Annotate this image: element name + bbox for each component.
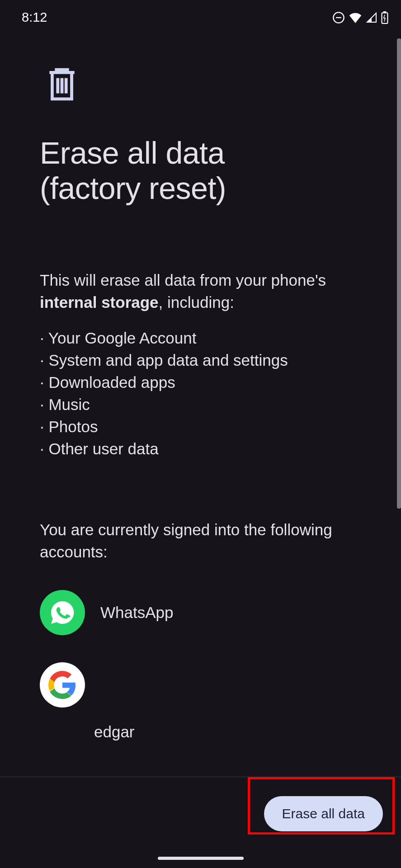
google-icon <box>40 662 85 708</box>
page-title: Erase all data (factory reset) <box>40 135 361 206</box>
account-row-text: edgar <box>94 723 361 741</box>
wifi-icon <box>349 12 362 23</box>
accounts-signed-in-text: You are currently signed into the follow… <box>40 519 361 563</box>
svg-rect-3 <box>384 11 386 13</box>
status-indicators <box>332 11 388 24</box>
main-content: Erase all data (factory reset) This will… <box>0 25 401 741</box>
status-time: 8:12 <box>22 10 47 25</box>
list-item: Other user data <box>40 438 361 460</box>
bullet-list: Your Google Account System and app data … <box>40 327 361 460</box>
account-name: edgar <box>94 723 135 741</box>
erase-all-data-button[interactable]: Erase all data <box>264 796 383 831</box>
bottom-action-bar: Erase all data <box>0 777 401 868</box>
battery-charging-icon <box>381 11 388 24</box>
account-name: WhatsApp <box>100 604 173 622</box>
list-item: Your Google Account <box>40 327 361 349</box>
trash-icon <box>45 66 361 104</box>
whatsapp-icon <box>40 590 85 635</box>
signal-icon <box>366 12 377 23</box>
list-item: Downloaded apps <box>40 371 361 393</box>
list-item: System and app data and settings <box>40 349 361 371</box>
scrollbar[interactable] <box>397 38 401 509</box>
account-row-whatsapp: WhatsApp <box>40 590 361 635</box>
list-item: Music <box>40 393 361 415</box>
navigation-handle[interactable] <box>158 857 244 860</box>
account-row-google <box>40 662 361 708</box>
list-item: Photos <box>40 415 361 438</box>
do-not-disturb-icon <box>332 11 345 24</box>
status-bar: 8:12 <box>0 0 401 25</box>
description-text: This will erase all data from your phone… <box>40 269 361 313</box>
